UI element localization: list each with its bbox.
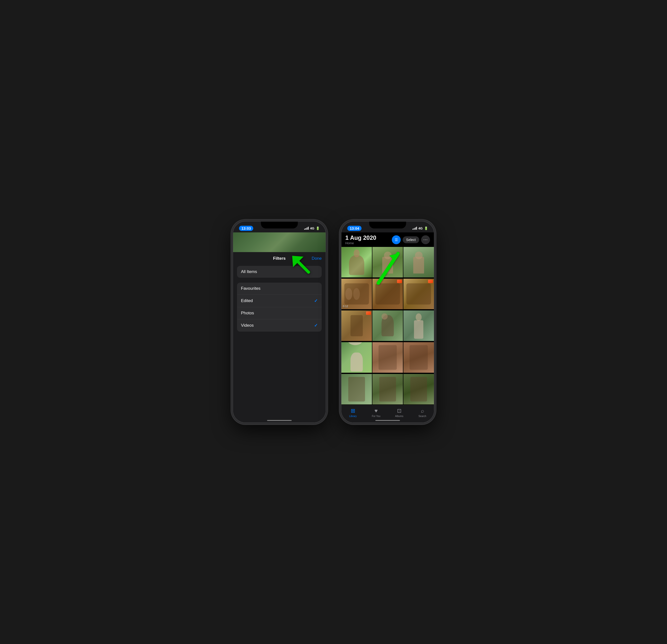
photo-cell-9[interactable] — [403, 310, 434, 341]
filter-videos[interactable]: Videos ✓ — [237, 319, 322, 332]
filter-menu-button[interactable]: ☰ — [392, 235, 401, 244]
filter-photos-label: Photos — [241, 311, 254, 316]
tab-for-you[interactable]: ♥ For You — [364, 408, 388, 418]
photo-cell-14[interactable] — [372, 374, 403, 404]
photo-cell-7[interactable] — [341, 310, 372, 341]
filters-done-button[interactable]: Done — [312, 256, 322, 261]
signal-bar-3 — [307, 227, 307, 230]
live-badge-6 — [428, 280, 433, 283]
tab-search[interactable]: ⌕ Search — [411, 408, 434, 418]
photos-actions: ☰ Select ··· — [392, 235, 430, 244]
home-indicator-2 — [375, 420, 400, 421]
status-time-1: 13:03 — [239, 226, 253, 231]
filter-edited[interactable]: Edited ✓ — [237, 295, 322, 307]
filter-videos-check: ✓ — [314, 323, 318, 328]
status-time-2: 13:04 — [347, 226, 361, 231]
tab-albums-label: Albums — [395, 415, 403, 418]
all-items-button[interactable]: All Items — [237, 266, 322, 278]
signal-bar-2-4 — [416, 227, 417, 230]
library-icon: ⊞ — [351, 408, 355, 414]
battery-icon-1: 🔋 — [316, 226, 320, 230]
photo-cell-6[interactable] — [403, 279, 434, 309]
signal-bar-2-2 — [414, 228, 414, 230]
notch-1 — [261, 222, 298, 228]
signal-icon-1 — [304, 227, 309, 230]
network-type-2: 4G — [419, 226, 423, 230]
filter-photos[interactable]: Photos — [237, 307, 322, 319]
phone-2: 13:04 4G 🔋 1 Aug 2020 Home ☰ Selec — [341, 221, 435, 423]
more-options-button[interactable]: ··· — [421, 235, 430, 244]
photo-cell-13[interactable] — [341, 374, 372, 404]
filter-menu-icon: ☰ — [395, 238, 398, 242]
photo-cell-4[interactable]: 0:12 — [341, 279, 372, 309]
photo-cell-10[interactable] — [341, 342, 372, 373]
filter-favourites-label: Favourites — [241, 286, 260, 291]
tab-albums[interactable]: ⊡ Albums — [388, 408, 411, 418]
signal-bar-2-3 — [415, 227, 416, 230]
phone2-content: 1 Aug 2020 Home ☰ Select ··· — [341, 232, 434, 422]
filters-title: Filters — [273, 256, 286, 261]
home-indicator-1 — [267, 420, 292, 421]
photo-cell-8[interactable] — [372, 310, 403, 341]
photo-cell-11[interactable] — [372, 342, 403, 373]
filters-header: Filters Done — [237, 252, 322, 266]
photo-grid: 0:12 — [341, 247, 434, 405]
status-right-1: 4G 🔋 — [304, 226, 320, 230]
photos-date-title: 1 Aug 2020 — [345, 235, 376, 241]
tab-library-label: Library — [349, 415, 357, 418]
tab-search-label: Search — [419, 415, 426, 418]
signal-icon-2 — [412, 227, 417, 230]
filters-panel: Filters Done All Items Favourites Edited… — [233, 252, 326, 422]
live-badge-5 — [397, 280, 402, 283]
phone1-content: Filters Done All Items Favourites Edited… — [233, 232, 326, 422]
photos-title-section: 1 Aug 2020 Home — [345, 235, 376, 245]
signal-bar-1 — [304, 229, 305, 230]
signal-bar-4 — [308, 227, 309, 230]
notch-2 — [369, 222, 406, 228]
photo-cell-3[interactable] — [403, 247, 434, 277]
search-icon: ⌕ — [421, 408, 424, 414]
photos-header: 1 Aug 2020 Home ☰ Select ··· — [341, 232, 434, 247]
photos-location-subtitle: Home — [345, 241, 376, 245]
select-button[interactable]: Select — [403, 236, 419, 243]
photo-cell-15[interactable] — [403, 374, 434, 404]
filter-list: Favourites Edited ✓ Photos Videos ✓ — [237, 283, 322, 332]
top-image-strip — [233, 232, 326, 252]
tab-library[interactable]: ⊞ Library — [341, 408, 364, 418]
for-you-icon: ♥ — [374, 408, 377, 414]
signal-bar-2 — [306, 228, 306, 230]
photo-cell-5[interactable] — [372, 279, 403, 309]
video-duration-4: 0:12 — [343, 305, 348, 308]
albums-icon: ⊡ — [397, 408, 402, 414]
battery-icon-2: 🔋 — [424, 226, 428, 230]
filter-edited-check: ✓ — [314, 298, 318, 304]
network-type-1: 4G — [310, 226, 314, 230]
filter-favourites[interactable]: Favourites — [237, 283, 322, 295]
filter-videos-label: Videos — [241, 323, 254, 328]
photo-cell-12[interactable] — [403, 342, 434, 373]
signal-bar-2-1 — [412, 229, 413, 230]
filter-edited-label: Edited — [241, 299, 253, 303]
live-badge-7 — [366, 311, 371, 315]
photo-cell-1[interactable] — [341, 247, 372, 277]
tab-for-you-label: For You — [372, 415, 380, 418]
photo-cell-2[interactable] — [372, 247, 403, 277]
status-right-2: 4G 🔋 — [412, 226, 428, 230]
dots-icon: ··· — [423, 237, 428, 242]
phone-1: 13:03 4G 🔋 Filters Done All Items — [232, 221, 326, 423]
